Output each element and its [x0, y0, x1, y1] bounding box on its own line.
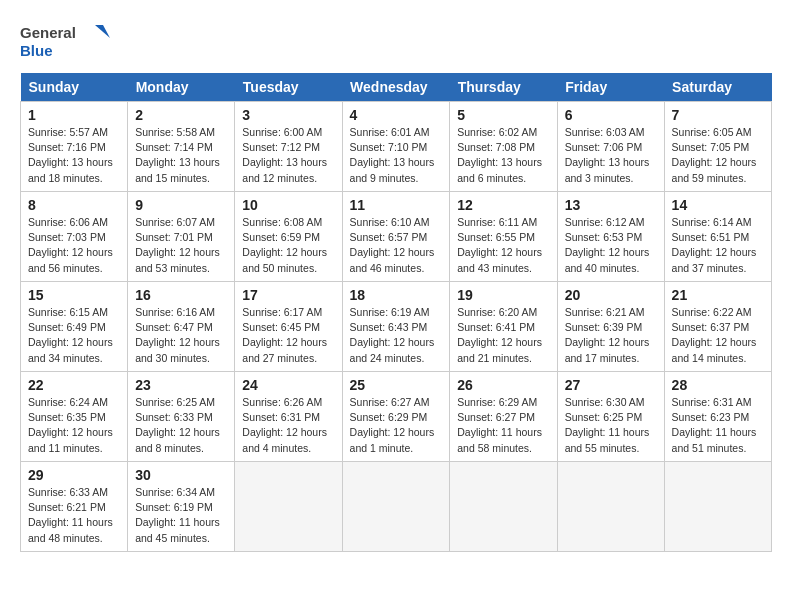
- day-info: Sunrise: 6:21 AMSunset: 6:39 PMDaylight:…: [565, 305, 657, 366]
- calendar-cell: 14Sunrise: 6:14 AMSunset: 6:51 PMDayligh…: [664, 192, 771, 282]
- day-number: 30: [135, 467, 227, 483]
- day-info: Sunrise: 5:57 AMSunset: 7:16 PMDaylight:…: [28, 125, 120, 186]
- col-header-sunday: Sunday: [21, 73, 128, 102]
- calendar-cell: 25Sunrise: 6:27 AMSunset: 6:29 PMDayligh…: [342, 372, 450, 462]
- day-number: 22: [28, 377, 120, 393]
- day-number: 9: [135, 197, 227, 213]
- day-info: Sunrise: 6:07 AMSunset: 7:01 PMDaylight:…: [135, 215, 227, 276]
- calendar-cell: 15Sunrise: 6:15 AMSunset: 6:49 PMDayligh…: [21, 282, 128, 372]
- calendar-cell: 11Sunrise: 6:10 AMSunset: 6:57 PMDayligh…: [342, 192, 450, 282]
- calendar-cell: 30Sunrise: 6:34 AMSunset: 6:19 PMDayligh…: [128, 462, 235, 552]
- day-number: 11: [350, 197, 443, 213]
- day-info: Sunrise: 6:01 AMSunset: 7:10 PMDaylight:…: [350, 125, 443, 186]
- day-number: 4: [350, 107, 443, 123]
- day-number: 3: [242, 107, 334, 123]
- day-number: 2: [135, 107, 227, 123]
- calendar-cell: 10Sunrise: 6:08 AMSunset: 6:59 PMDayligh…: [235, 192, 342, 282]
- day-info: Sunrise: 6:06 AMSunset: 7:03 PMDaylight:…: [28, 215, 120, 276]
- day-info: Sunrise: 6:00 AMSunset: 7:12 PMDaylight:…: [242, 125, 334, 186]
- calendar-cell: 3Sunrise: 6:00 AMSunset: 7:12 PMDaylight…: [235, 102, 342, 192]
- day-info: Sunrise: 6:03 AMSunset: 7:06 PMDaylight:…: [565, 125, 657, 186]
- day-number: 5: [457, 107, 549, 123]
- day-info: Sunrise: 6:16 AMSunset: 6:47 PMDaylight:…: [135, 305, 227, 366]
- day-info: Sunrise: 6:17 AMSunset: 6:45 PMDaylight:…: [242, 305, 334, 366]
- day-number: 26: [457, 377, 549, 393]
- day-number: 19: [457, 287, 549, 303]
- day-number: 6: [565, 107, 657, 123]
- day-info: Sunrise: 6:34 AMSunset: 6:19 PMDaylight:…: [135, 485, 227, 546]
- col-header-friday: Friday: [557, 73, 664, 102]
- calendar-cell: 29Sunrise: 6:33 AMSunset: 6:21 PMDayligh…: [21, 462, 128, 552]
- day-info: Sunrise: 6:10 AMSunset: 6:57 PMDaylight:…: [350, 215, 443, 276]
- day-info: Sunrise: 6:19 AMSunset: 6:43 PMDaylight:…: [350, 305, 443, 366]
- day-number: 20: [565, 287, 657, 303]
- day-info: Sunrise: 6:08 AMSunset: 6:59 PMDaylight:…: [242, 215, 334, 276]
- calendar-cell: 7Sunrise: 6:05 AMSunset: 7:05 PMDaylight…: [664, 102, 771, 192]
- calendar-cell: 9Sunrise: 6:07 AMSunset: 7:01 PMDaylight…: [128, 192, 235, 282]
- day-info: Sunrise: 6:22 AMSunset: 6:37 PMDaylight:…: [672, 305, 764, 366]
- day-info: Sunrise: 6:29 AMSunset: 6:27 PMDaylight:…: [457, 395, 549, 456]
- calendar-cell: 28Sunrise: 6:31 AMSunset: 6:23 PMDayligh…: [664, 372, 771, 462]
- day-info: Sunrise: 6:12 AMSunset: 6:53 PMDaylight:…: [565, 215, 657, 276]
- logo: General Blue: [20, 20, 110, 65]
- day-number: 7: [672, 107, 764, 123]
- day-info: Sunrise: 6:15 AMSunset: 6:49 PMDaylight:…: [28, 305, 120, 366]
- calendar-cell: 26Sunrise: 6:29 AMSunset: 6:27 PMDayligh…: [450, 372, 557, 462]
- calendar-cell: 27Sunrise: 6:30 AMSunset: 6:25 PMDayligh…: [557, 372, 664, 462]
- day-info: Sunrise: 6:14 AMSunset: 6:51 PMDaylight:…: [672, 215, 764, 276]
- day-number: 24: [242, 377, 334, 393]
- day-number: 17: [242, 287, 334, 303]
- calendar-cell: 1Sunrise: 5:57 AMSunset: 7:16 PMDaylight…: [21, 102, 128, 192]
- svg-text:General: General: [20, 24, 76, 41]
- day-info: Sunrise: 6:33 AMSunset: 6:21 PMDaylight:…: [28, 485, 120, 546]
- day-number: 15: [28, 287, 120, 303]
- day-info: Sunrise: 6:30 AMSunset: 6:25 PMDaylight:…: [565, 395, 657, 456]
- calendar-table: SundayMondayTuesdayWednesdayThursdayFrid…: [20, 73, 772, 552]
- calendar-cell: 21Sunrise: 6:22 AMSunset: 6:37 PMDayligh…: [664, 282, 771, 372]
- calendar-cell: [664, 462, 771, 552]
- day-info: Sunrise: 6:20 AMSunset: 6:41 PMDaylight:…: [457, 305, 549, 366]
- calendar-cell: 20Sunrise: 6:21 AMSunset: 6:39 PMDayligh…: [557, 282, 664, 372]
- calendar-cell: 12Sunrise: 6:11 AMSunset: 6:55 PMDayligh…: [450, 192, 557, 282]
- svg-text:Blue: Blue: [20, 42, 53, 59]
- calendar-cell: 17Sunrise: 6:17 AMSunset: 6:45 PMDayligh…: [235, 282, 342, 372]
- day-info: Sunrise: 6:26 AMSunset: 6:31 PMDaylight:…: [242, 395, 334, 456]
- day-info: Sunrise: 6:27 AMSunset: 6:29 PMDaylight:…: [350, 395, 443, 456]
- calendar-cell: [342, 462, 450, 552]
- day-number: 1: [28, 107, 120, 123]
- day-info: Sunrise: 6:11 AMSunset: 6:55 PMDaylight:…: [457, 215, 549, 276]
- day-info: Sunrise: 6:24 AMSunset: 6:35 PMDaylight:…: [28, 395, 120, 456]
- calendar-cell: [557, 462, 664, 552]
- col-header-tuesday: Tuesday: [235, 73, 342, 102]
- day-info: Sunrise: 6:02 AMSunset: 7:08 PMDaylight:…: [457, 125, 549, 186]
- calendar-cell: [235, 462, 342, 552]
- col-header-thursday: Thursday: [450, 73, 557, 102]
- calendar-cell: 4Sunrise: 6:01 AMSunset: 7:10 PMDaylight…: [342, 102, 450, 192]
- col-header-wednesday: Wednesday: [342, 73, 450, 102]
- day-number: 16: [135, 287, 227, 303]
- calendar-cell: 24Sunrise: 6:26 AMSunset: 6:31 PMDayligh…: [235, 372, 342, 462]
- logo-svg: General Blue: [20, 20, 110, 65]
- day-number: 25: [350, 377, 443, 393]
- day-number: 23: [135, 377, 227, 393]
- calendar-cell: 22Sunrise: 6:24 AMSunset: 6:35 PMDayligh…: [21, 372, 128, 462]
- calendar-cell: 18Sunrise: 6:19 AMSunset: 6:43 PMDayligh…: [342, 282, 450, 372]
- col-header-saturday: Saturday: [664, 73, 771, 102]
- day-info: Sunrise: 5:58 AMSunset: 7:14 PMDaylight:…: [135, 125, 227, 186]
- calendar-cell: 6Sunrise: 6:03 AMSunset: 7:06 PMDaylight…: [557, 102, 664, 192]
- day-number: 28: [672, 377, 764, 393]
- col-header-monday: Monday: [128, 73, 235, 102]
- day-number: 12: [457, 197, 549, 213]
- day-number: 18: [350, 287, 443, 303]
- day-number: 8: [28, 197, 120, 213]
- day-number: 27: [565, 377, 657, 393]
- calendar-cell: 13Sunrise: 6:12 AMSunset: 6:53 PMDayligh…: [557, 192, 664, 282]
- calendar-cell: [450, 462, 557, 552]
- calendar-cell: 16Sunrise: 6:16 AMSunset: 6:47 PMDayligh…: [128, 282, 235, 372]
- day-info: Sunrise: 6:05 AMSunset: 7:05 PMDaylight:…: [672, 125, 764, 186]
- calendar-cell: 2Sunrise: 5:58 AMSunset: 7:14 PMDaylight…: [128, 102, 235, 192]
- svg-marker-2: [95, 25, 110, 38]
- day-number: 29: [28, 467, 120, 483]
- calendar-cell: 19Sunrise: 6:20 AMSunset: 6:41 PMDayligh…: [450, 282, 557, 372]
- day-number: 10: [242, 197, 334, 213]
